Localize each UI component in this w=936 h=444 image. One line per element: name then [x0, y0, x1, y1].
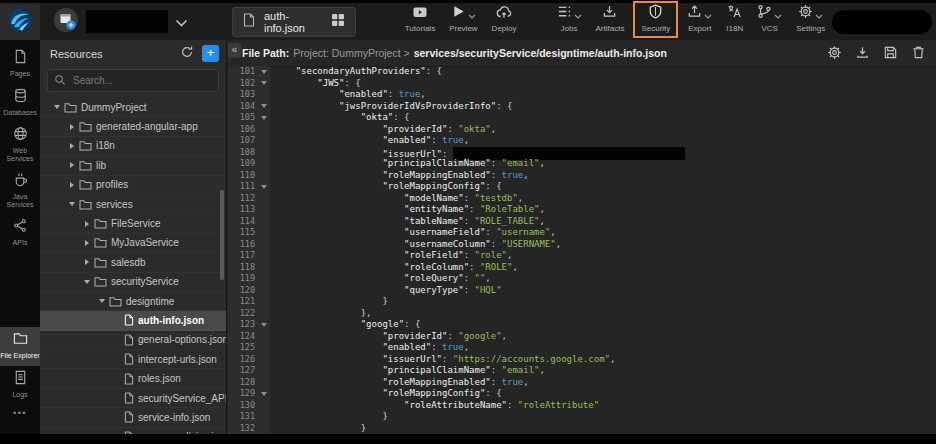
- chevron-down-icon[interactable]: [774, 5, 782, 23]
- code-line[interactable]: 118 "roleColumn": "ROLE",: [228, 262, 936, 274]
- i18n-button[interactable]: I18N: [719, 5, 750, 33]
- tree-arrow-closed-icon[interactable]: [82, 240, 92, 246]
- tree-item[interactable]: general-options.json: [40, 331, 226, 350]
- code-line[interactable]: 115 "usernameField": "username",: [228, 227, 936, 239]
- code-line[interactable]: 121 }: [228, 296, 936, 308]
- code-line[interactable]: 128 "roleMappingEnabled": true,: [228, 377, 936, 389]
- code-line[interactable]: 111 "roleMappingConfig": {: [228, 181, 936, 193]
- tree-arrow-open-icon[interactable]: [97, 299, 107, 303]
- code-line[interactable]: 120 "queryType": "HQL": [228, 285, 936, 297]
- rail-item-pages[interactable]: Pages: [0, 45, 40, 84]
- jobs-button[interactable]: Jobs: [550, 5, 589, 33]
- tree-item[interactable]: intercept-urls.json: [40, 350, 226, 369]
- tree-arrow-closed-icon[interactable]: [67, 143, 77, 149]
- tree-item[interactable]: i18n: [40, 137, 226, 156]
- code-line[interactable]: 112 "modelName": "testdb",: [228, 193, 936, 205]
- code-line[interactable]: 103 "enabled": true,: [228, 89, 936, 101]
- panel-collapse-button[interactable]: «: [228, 43, 241, 58]
- tree-item[interactable]: designtime: [40, 292, 226, 311]
- open-file-tab[interactable]: auth-info.json: [232, 7, 356, 37]
- tree-item[interactable]: salesdb: [40, 253, 226, 272]
- project-switcher[interactable]: [53, 7, 188, 37]
- code-line[interactable]: 101 "secondaryAuthProviders": {: [228, 66, 936, 78]
- rail-item-file-explorer[interactable]: File Explorer: [0, 327, 40, 366]
- download-file-button[interactable]: [855, 45, 870, 62]
- save-file-button[interactable]: [883, 45, 898, 62]
- fold-marker-icon[interactable]: [258, 78, 270, 90]
- code-line[interactable]: 117 "roleField": "role",: [228, 250, 936, 262]
- settings-button[interactable]: Settings: [789, 5, 832, 33]
- tree-item[interactable]: DummyProject: [40, 98, 226, 117]
- preview-button[interactable]: Preview: [442, 5, 484, 33]
- rail-item-databases[interactable]: Databases: [0, 84, 40, 123]
- code-line[interactable]: 105 "okta": {: [228, 112, 936, 124]
- tree-arrow-closed-icon[interactable]: [67, 162, 77, 168]
- panel-scrollbar-thumb[interactable]: [220, 190, 224, 280]
- fold-marker-icon[interactable]: [258, 112, 270, 124]
- security-button[interactable]: Security: [637, 5, 674, 33]
- tree-arrow-open-icon[interactable]: [67, 202, 77, 206]
- code-line[interactable]: 104 "jwsProviderIdVsProviderInfo": {: [228, 101, 936, 113]
- tree-item[interactable]: FileService: [40, 214, 226, 233]
- fold-marker-icon[interactable]: [258, 319, 270, 331]
- vcs-button[interactable]: VCS: [750, 5, 789, 33]
- code-line[interactable]: 126 "issuerUrl": "https://accounts.googl…: [228, 354, 936, 366]
- code-line[interactable]: 132 }: [228, 423, 936, 435]
- tree-item[interactable]: securityService_API.json: [40, 389, 226, 408]
- code-line[interactable]: 106 "providerId": "okta",: [228, 124, 936, 136]
- tree-item[interactable]: auth-info.json: [40, 311, 226, 330]
- code-line[interactable]: 102 "JWS": {: [228, 78, 936, 90]
- tree-arrow-closed-icon[interactable]: [82, 221, 92, 227]
- fold-marker-icon[interactable]: [258, 388, 270, 400]
- tree-item[interactable]: profiles: [40, 176, 226, 195]
- code-line[interactable]: 130 "roleAttributeName": "roleAttribute": [228, 400, 936, 412]
- tutorials-button[interactable]: Tutorials: [398, 5, 442, 33]
- grid-apps-icon[interactable]: [331, 13, 345, 31]
- tree-item[interactable]: generated-angular-app: [40, 117, 226, 136]
- refresh-button[interactable]: [180, 45, 194, 63]
- rail-more-button[interactable]: •••: [13, 408, 27, 418]
- tree-item[interactable]: securityService: [40, 273, 226, 292]
- rail-item-apis[interactable]: APIs: [0, 214, 40, 253]
- code-line[interactable]: 109 "principalClaimName": "email",: [228, 158, 936, 170]
- code-line[interactable]: 107 "enabled": true,: [228, 135, 936, 147]
- code-line[interactable]: 122 },: [228, 308, 936, 320]
- app-logo-button[interactable]: [0, 3, 40, 40]
- tree-item[interactable]: roles.json: [40, 369, 226, 388]
- fold-marker-icon[interactable]: [258, 101, 270, 113]
- tree-item[interactable]: service-info.json: [40, 408, 226, 427]
- code-line[interactable]: 114 "tableName": "ROLE_TABLE",: [228, 216, 936, 228]
- add-resource-button[interactable]: +: [202, 45, 219, 62]
- code-line[interactable]: 124 "providerId": "google",: [228, 331, 936, 343]
- code-line[interactable]: 119 "roleQuery": "",: [228, 273, 936, 285]
- chevron-down-icon[interactable]: [574, 5, 582, 23]
- artifacts-button[interactable]: Artifacts: [589, 5, 632, 33]
- tree-item[interactable]: lib: [40, 156, 226, 175]
- code-line[interactable]: 113 "entityName": "RoleTable",: [228, 204, 936, 216]
- tree-arrow-closed-icon[interactable]: [82, 259, 92, 265]
- delete-file-button[interactable]: [911, 45, 926, 62]
- tree-arrow-open-icon[interactable]: [52, 105, 62, 109]
- fold-marker-icon[interactable]: [258, 181, 270, 193]
- code-line[interactable]: 123 "google": {: [228, 319, 936, 331]
- code-line[interactable]: 110 "roleMappingEnabled": true,: [228, 170, 936, 182]
- code-line[interactable]: 131 }: [228, 411, 936, 423]
- deploy-button[interactable]: Deploy: [485, 5, 524, 33]
- export-button[interactable]: Export: [680, 5, 719, 33]
- code-line[interactable]: 127 "principalClaimName": "email",: [228, 365, 936, 377]
- chevron-down-icon[interactable]: [704, 5, 712, 23]
- code-line[interactable]: 129 "roleMappingConfig": {: [228, 388, 936, 400]
- code-line[interactable]: 116 "usernameColumn": "USERNAME",: [228, 239, 936, 251]
- code-line[interactable]: 125 "enabled": true,: [228, 342, 936, 354]
- chevron-down-icon[interactable]: [468, 5, 476, 23]
- tree-arrow-closed-icon[interactable]: [67, 182, 77, 188]
- rail-item-logs[interactable]: Logs: [0, 366, 40, 405]
- tree-item[interactable]: MyJavaService: [40, 234, 226, 253]
- editor-settings-button[interactable]: [827, 45, 842, 62]
- search-input[interactable]: [71, 74, 212, 87]
- code-line[interactable]: 108 "issuerUrl":: [228, 147, 936, 159]
- code-area[interactable]: 101 "secondaryAuthProviders": {102 "JWS"…: [228, 66, 936, 434]
- tree-arrow-closed-icon[interactable]: [67, 124, 77, 130]
- rail-item-java-services[interactable]: Java Services: [0, 168, 40, 214]
- tree-arrow-open-icon[interactable]: [82, 280, 92, 284]
